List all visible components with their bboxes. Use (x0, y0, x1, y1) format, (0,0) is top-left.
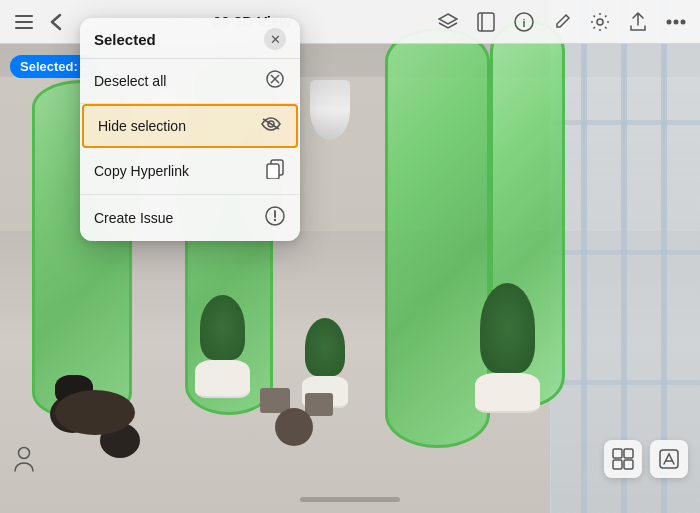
create-issue-label: Create Issue (94, 210, 173, 226)
menu-title: Selected (94, 31, 156, 48)
svg-rect-1 (15, 21, 33, 23)
menu-header: Selected ✕ (80, 18, 300, 59)
svg-rect-17 (267, 164, 279, 179)
close-icon: ✕ (270, 32, 281, 47)
svg-rect-22 (624, 449, 633, 458)
share-icon[interactable] (626, 10, 650, 34)
deselect-all-label: Deselect all (94, 73, 166, 89)
table-bottom (55, 390, 135, 435)
svg-rect-23 (613, 460, 622, 469)
menu-close-button[interactable]: ✕ (264, 28, 286, 50)
svg-rect-2 (15, 27, 33, 29)
menu-item-copy-hyperlink[interactable]: Copy Hyperlink (80, 148, 300, 195)
svg-point-27 (19, 448, 30, 459)
view-mode-button[interactable] (604, 440, 642, 478)
edit-icon[interactable] (550, 10, 574, 34)
pendant-light-right (310, 80, 350, 140)
svg-rect-21 (613, 449, 622, 458)
svg-point-9 (673, 19, 678, 24)
hamburger-icon[interactable] (12, 10, 36, 34)
plant-left-large (195, 298, 250, 398)
book-icon[interactable] (474, 10, 498, 34)
info-icon[interactable]: i (512, 10, 536, 34)
menu-item-hide-selection[interactable]: Hide selection (82, 104, 298, 148)
svg-text:i: i (522, 17, 525, 29)
hide-selection-label: Hide selection (98, 118, 186, 134)
scroll-indicator-bar (0, 485, 700, 513)
copy-hyperlink-label: Copy Hyperlink (94, 163, 189, 179)
svg-rect-0 (15, 15, 33, 17)
svg-rect-3 (478, 13, 494, 31)
copy-hyperlink-icon (264, 159, 286, 183)
scroll-indicator (300, 497, 400, 502)
menu-item-create-issue[interactable]: Create Issue (80, 195, 300, 241)
plant-right (475, 283, 540, 413)
bottom-right-buttons (604, 440, 688, 478)
svg-point-7 (597, 19, 603, 25)
create-issue-icon (264, 206, 286, 230)
context-menu: Selected ✕ Deselect all Hide selection C… (80, 18, 300, 241)
person-icon[interactable] (10, 445, 38, 473)
svg-rect-24 (624, 460, 633, 469)
back-icon[interactable] (44, 10, 68, 34)
settings-icon[interactable] (588, 10, 612, 34)
menu-item-deselect-all[interactable]: Deselect all (80, 59, 300, 104)
svg-point-10 (680, 19, 685, 24)
ar-button[interactable] (650, 440, 688, 478)
deselect-all-icon (264, 70, 286, 92)
svg-point-20 (274, 219, 276, 221)
more-dots-icon[interactable] (664, 10, 688, 34)
svg-point-8 (666, 19, 671, 24)
hide-selection-icon (260, 117, 282, 135)
layers-icon[interactable] (436, 10, 460, 34)
